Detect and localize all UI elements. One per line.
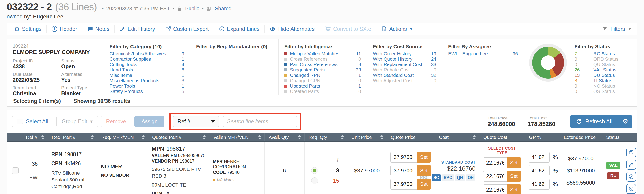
- shared-link[interactable]: Shared: [215, 6, 232, 12]
- field-value: Yes: [61, 77, 98, 83]
- set-quote-cost-button[interactable]: Set: [507, 157, 521, 168]
- cost-source-filter-item[interactable]: With Order History19: [373, 51, 436, 56]
- category-filter-item[interactable]: Miscellaneous Products3: [110, 78, 184, 83]
- select-all-button[interactable]: Select All: [12, 116, 53, 127]
- status-filter-item[interactable]: 3TI Status: [574, 78, 632, 83]
- intelligence-filter-item[interactable]: Suggested Parts23: [284, 67, 361, 72]
- intelligence-filter-item[interactable]: Multiple Vallen Matches11: [284, 51, 361, 56]
- category-filter-item[interactable]: Hand Tools8: [110, 67, 184, 72]
- quote-cost-input[interactable]: [483, 171, 507, 182]
- status-filter-item[interactable]: 7RC Status: [574, 51, 632, 56]
- hide-alternates-button[interactable]: Hide Alternates: [265, 25, 320, 33]
- sort-icon[interactable]: [142, 135, 145, 139]
- percent-sign: %: [553, 154, 558, 161]
- quote-cost-cell: SELECT COST TYPE Set Set Set: [479, 142, 525, 194]
- status-filter-item[interactable]: 13DU Status: [574, 72, 632, 78]
- set-quote-cost-button[interactable]: Set: [507, 171, 521, 182]
- col-header-quoted-part[interactable]: Quoted Part #: [148, 133, 209, 141]
- category-filter-item[interactable]: Chemicals/Lubs/Adhesives9: [110, 51, 184, 56]
- sort-icon[interactable]: [380, 135, 384, 139]
- quote-price-input[interactable]: [390, 165, 416, 176]
- col-header-quote-price[interactable]: Quote Price: [387, 133, 435, 141]
- qty-radio-selected[interactable]: [311, 167, 318, 174]
- select-all-checkbox[interactable]: [17, 119, 23, 124]
- settings-button[interactable]: ⚙ Settings: [9, 25, 46, 33]
- set-quote-cost-button[interactable]: Set: [507, 184, 521, 194]
- quote-cost-input[interactable]: [483, 184, 507, 194]
- total-cost-label: Total Cost: [528, 116, 555, 121]
- custom-export-button[interactable]: Custom Export: [160, 25, 214, 33]
- cost-source-filter-item[interactable]: With Quote History24: [373, 56, 436, 62]
- category-filter-item[interactable]: Power Tools1: [110, 83, 184, 89]
- filter-assignee-title: Filter By Assignee: [448, 43, 518, 50]
- vallen-pn-label: VALLEN PN: [152, 153, 177, 158]
- gp-input[interactable]: [528, 152, 550, 163]
- group-edit-button[interactable]: Group Edit ▾: [56, 116, 98, 127]
- refresh-all-button[interactable]: Refresh All ⚙: [570, 115, 632, 128]
- row-history-button[interactable]: [626, 172, 636, 182]
- filters-button[interactable]: Filters ▼: [599, 26, 635, 32]
- mfr-notes-link[interactable]: Mfr Notes: [213, 178, 261, 182]
- assignee-filter-item[interactable]: EWL - Eugene Lee36: [448, 51, 518, 56]
- col-header-ref[interactable]: Ref #: [22, 133, 48, 141]
- cost-toggle-sc[interactable]: SC: [432, 174, 441, 181]
- category-filter-item[interactable]: Misc Items1: [110, 72, 184, 78]
- cost-toggle-rpc[interactable]: RPC: [442, 174, 454, 181]
- intelligence-filter-item[interactable]: Part Cross References9: [284, 62, 361, 67]
- col-header-unit-price[interactable]: Unit Price: [347, 133, 387, 141]
- status-filter-item[interactable]: 26VAL Status: [574, 67, 632, 72]
- category-filter-item[interactable]: Cutting Tools4: [110, 62, 184, 67]
- sort-icon[interactable]: [41, 135, 44, 139]
- category-filter-item[interactable]: Contractor Supplies1: [110, 56, 184, 62]
- cost-toggle-qh[interactable]: QH: [455, 174, 465, 181]
- col-header-quote-cost[interactable]: Quote Cost: [479, 133, 525, 141]
- sort-icon[interactable]: [473, 135, 476, 139]
- intelligence-filter-item[interactable]: Changed RPN1: [284, 72, 361, 78]
- col-header-req-qty[interactable]: Req. Qty: [304, 133, 347, 141]
- cost-toggle-oh[interactable]: OH: [466, 174, 476, 181]
- notes-button[interactable]: Notes: [82, 25, 115, 33]
- intelligence-filter-item[interactable]: Updated Parts1: [284, 83, 361, 89]
- actions-menu-button[interactable]: Actions ▼: [376, 25, 418, 33]
- col-header-vallen-mfr[interactable]: Vallen MFR/VEN: [209, 133, 265, 141]
- visibility-link[interactable]: Public: [185, 6, 199, 12]
- col-header-gp[interactable]: GP %: [525, 133, 560, 141]
- quote-cost-input[interactable]: [483, 157, 507, 168]
- col-header-req-part[interactable]: Req. Part #: [48, 133, 97, 141]
- duplicate-row-button[interactable]: [626, 148, 636, 157]
- sort-icon[interactable]: [203, 135, 206, 139]
- remove-button[interactable]: Remove: [101, 116, 131, 127]
- table-header-row: Ref # Req. Part # Req. MFR/VEN Quoted Pa…: [7, 133, 637, 142]
- expand-lines-button[interactable]: Expand Lines: [214, 25, 265, 33]
- search-type-select[interactable]: Ref #: [173, 116, 219, 127]
- sort-icon[interactable]: [258, 135, 261, 139]
- col-header-avail-qty[interactable]: Avail. Qty: [265, 133, 304, 141]
- refresh-settings-button[interactable]: ⚙: [618, 115, 632, 128]
- sort-icon[interactable]: [298, 135, 301, 139]
- quote-price-input[interactable]: [390, 179, 416, 189]
- sort-icon[interactable]: [91, 135, 94, 139]
- search-field-wrap: [223, 116, 297, 127]
- col-header-req-mfr[interactable]: Req. MFR/VEN: [97, 133, 148, 141]
- category-filter-item[interactable]: Safety Products5: [110, 89, 184, 94]
- category-filter-item[interactable]: Scale Service1: [110, 94, 184, 95]
- col-header-cost[interactable]: Cost: [435, 133, 479, 141]
- gp-input[interactable]: [528, 179, 550, 189]
- search-input[interactable]: [226, 118, 298, 125]
- row-checkbox[interactable]: [12, 167, 18, 174]
- expand-row-button[interactable]: [626, 184, 636, 194]
- sort-icon[interactable]: [341, 135, 344, 139]
- header-button[interactable]: i Header: [46, 25, 82, 33]
- cost-source-filter-item[interactable]: With Replacement Cost33: [373, 62, 436, 67]
- cost-source-filter-item[interactable]: With Standard Cost32: [373, 72, 436, 78]
- col-header-status[interactable]: Status: [602, 133, 625, 141]
- gp-input[interactable]: [528, 165, 550, 176]
- qty-radio-alternate[interactable]: [311, 177, 318, 184]
- col-header-extended-price[interactable]: Extended Price: [560, 133, 602, 141]
- quote-price-input[interactable]: [390, 152, 416, 163]
- edit-history-button[interactable]: Edit History: [114, 25, 160, 33]
- intelligence-filter-item[interactable]: Last Picks14: [284, 94, 361, 95]
- set-quote-price-button[interactable]: Set: [416, 152, 431, 163]
- edit-row-button[interactable]: [626, 160, 636, 169]
- assign-button[interactable]: Assign: [134, 116, 164, 127]
